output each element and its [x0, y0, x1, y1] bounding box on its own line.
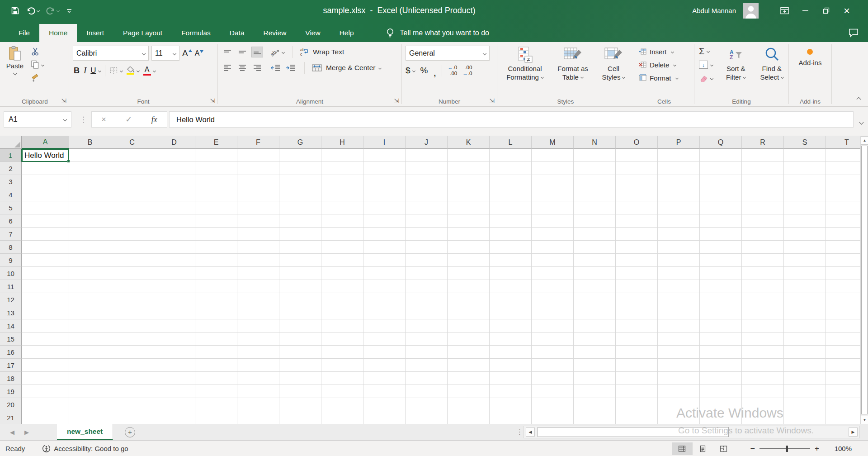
cell-C10[interactable]	[111, 267, 153, 280]
copy-dropdown-icon[interactable]	[41, 63, 44, 66]
cell-G8[interactable]	[279, 241, 321, 254]
cell-J11[interactable]	[406, 280, 448, 293]
cell-P13[interactable]	[658, 306, 700, 319]
cell-C16[interactable]	[111, 346, 153, 359]
cell-A7[interactable]	[22, 228, 69, 241]
accounting-format-button[interactable]: $	[406, 66, 415, 76]
cell-S14[interactable]	[784, 319, 826, 332]
cancel-icon[interactable]: ×	[101, 115, 106, 124]
formula-input[interactable]: Hello World	[169, 111, 854, 128]
enter-icon[interactable]: ✓	[125, 114, 132, 124]
insert-cells-button[interactable]: Insert	[639, 47, 694, 57]
cell-C2[interactable]	[111, 162, 153, 175]
cell-N11[interactable]	[574, 280, 616, 293]
font-size-dropdown-icon[interactable]	[173, 51, 176, 55]
cell-F16[interactable]	[237, 346, 279, 359]
cell-P21[interactable]	[658, 411, 700, 424]
scroll-right-button[interactable]: ▶	[849, 428, 858, 437]
addins-button[interactable]: Add-ins	[799, 45, 822, 96]
name-box[interactable]: A1	[4, 111, 71, 128]
cell-O11[interactable]	[616, 280, 658, 293]
cell-K14[interactable]	[448, 319, 490, 332]
cell-C1[interactable]	[111, 149, 153, 162]
cell-P4[interactable]	[658, 188, 700, 201]
cell-E4[interactable]	[195, 188, 237, 201]
cell-A10[interactable]	[22, 267, 69, 280]
cell-O3[interactable]	[616, 175, 658, 188]
cell-P2[interactable]	[658, 162, 700, 175]
cell-H14[interactable]	[321, 319, 363, 332]
cell-E1[interactable]	[195, 149, 237, 162]
cell-B7[interactable]	[69, 228, 111, 241]
cell-H2[interactable]	[321, 162, 363, 175]
cell-L12[interactable]	[490, 293, 532, 306]
cell-E10[interactable]	[195, 267, 237, 280]
cell-D9[interactable]	[153, 254, 195, 267]
cell-R8[interactable]	[742, 241, 784, 254]
cell-J4[interactable]	[406, 188, 448, 201]
row-header-9[interactable]: 9	[0, 254, 22, 267]
paste-dropdown-icon[interactable]	[13, 71, 17, 76]
cell-O19[interactable]	[616, 385, 658, 398]
cell-I12[interactable]	[363, 293, 406, 306]
cell-E11[interactable]	[195, 280, 237, 293]
cell-I18[interactable]	[363, 372, 406, 385]
row-header-19[interactable]: 19	[0, 385, 22, 398]
horizontal-scroll-thumb[interactable]	[538, 427, 729, 437]
page-break-preview-button[interactable]	[713, 442, 734, 455]
cell-H13[interactable]	[321, 306, 363, 319]
cell-G1[interactable]	[279, 149, 321, 162]
cell-C21[interactable]	[111, 411, 153, 424]
row-header-1[interactable]: 1	[0, 149, 22, 162]
cell-D6[interactable]	[153, 214, 195, 228]
cell-L9[interactable]	[490, 254, 532, 267]
cell-S11[interactable]	[784, 280, 826, 293]
cell-E18[interactable]	[195, 372, 237, 385]
row-header-18[interactable]: 18	[0, 372, 22, 385]
cell-D11[interactable]	[153, 280, 195, 293]
cell-P10[interactable]	[658, 267, 700, 280]
cell-G19[interactable]	[279, 385, 321, 398]
row-header-2[interactable]: 2	[0, 162, 22, 175]
cell-J16[interactable]	[406, 346, 448, 359]
cell-K10[interactable]	[448, 267, 490, 280]
cell-E19[interactable]	[195, 385, 237, 398]
cell-I4[interactable]	[363, 188, 406, 201]
font-name-select[interactable]: Calibri	[73, 46, 149, 61]
cell-Q6[interactable]	[700, 214, 742, 228]
cell-I17[interactable]	[363, 359, 406, 372]
cell-M12[interactable]	[532, 293, 574, 306]
sort-filter-dropdown-icon[interactable]	[743, 76, 746, 79]
cell-G3[interactable]	[279, 175, 321, 188]
cell-J10[interactable]	[406, 267, 448, 280]
cell-H1[interactable]	[321, 149, 363, 162]
cell-H21[interactable]	[321, 411, 363, 424]
cell-L8[interactable]	[490, 241, 532, 254]
cell-R14[interactable]	[742, 319, 784, 332]
cell-D13[interactable]	[153, 306, 195, 319]
cell-E2[interactable]	[195, 162, 237, 175]
column-header-B[interactable]: B	[69, 136, 111, 149]
cell-I11[interactable]	[363, 280, 406, 293]
column-header-I[interactable]: I	[363, 136, 406, 149]
cell-styles-button[interactable]: Cell Styles	[595, 45, 632, 96]
sort-filter-button[interactable]: AZ Sort & Filter	[718, 45, 753, 96]
cell-O21[interactable]	[616, 411, 658, 424]
cell-B2[interactable]	[69, 162, 111, 175]
cell-H18[interactable]	[321, 372, 363, 385]
cell-C4[interactable]	[111, 188, 153, 201]
cell-A2[interactable]	[22, 162, 69, 175]
underline-button[interactable]: U	[90, 66, 100, 75]
cell-B12[interactable]	[69, 293, 111, 306]
row-header-14[interactable]: 14	[0, 319, 22, 332]
cell-H9[interactable]	[321, 254, 363, 267]
cell-Q10[interactable]	[700, 267, 742, 280]
font-dialog-launcher-icon[interactable]: ⇲	[210, 98, 215, 104]
cell-S4[interactable]	[784, 188, 826, 201]
tab-data[interactable]: Data	[220, 24, 254, 42]
cell-G10[interactable]	[279, 267, 321, 280]
cell-Q19[interactable]	[700, 385, 742, 398]
cell-N19[interactable]	[574, 385, 616, 398]
expand-formula-bar-button[interactable]	[860, 118, 863, 126]
cell-M15[interactable]	[532, 332, 574, 346]
